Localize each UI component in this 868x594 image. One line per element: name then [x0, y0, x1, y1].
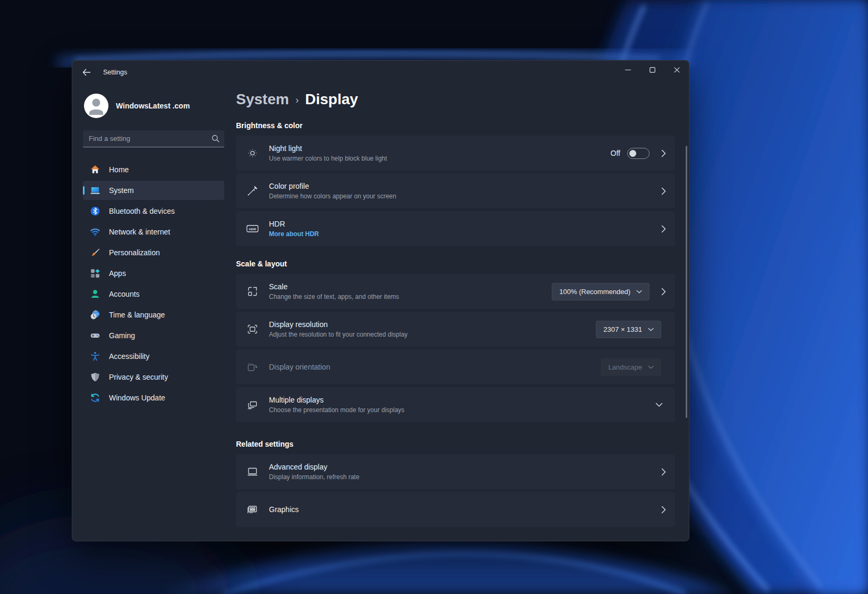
scale-icon	[245, 286, 260, 297]
row-title: Graphics	[269, 505, 650, 514]
sidebar-item-label: Windows Update	[109, 394, 165, 402]
titlebar: Settings	[72, 61, 689, 84]
row-controls	[651, 403, 671, 407]
sidebar-nav: Home System Bluetooth & devices	[83, 160, 224, 407]
row-scale[interactable]: Scale Change the size of text, apps, and…	[236, 274, 675, 309]
scale-dropdown[interactable]: 100% (Recommended)	[552, 283, 650, 300]
row-controls	[650, 506, 671, 514]
more-about-hdr-link[interactable]: More about HDR	[269, 230, 650, 238]
svg-text:HDR: HDR	[249, 227, 256, 231]
person-icon	[84, 94, 108, 118]
accessibility-icon	[90, 351, 100, 362]
main-content: System › Display Brightness & color Nigh…	[232, 84, 689, 541]
window-title: Settings	[103, 69, 127, 76]
row-texts: Multiple displays Choose the presentatio…	[269, 396, 651, 414]
maximize-button[interactable]	[640, 61, 664, 79]
hdr-icon: HDR	[245, 223, 260, 235]
sidebar-item-label: Apps	[109, 269, 126, 278]
breadcrumb-system[interactable]: System	[236, 91, 289, 108]
chevron-right-icon	[656, 187, 671, 195]
row-controls	[650, 187, 671, 195]
shield-icon	[90, 372, 100, 382]
sidebar-item-system[interactable]: System	[83, 181, 224, 200]
row-texts: Night light Use warmer colors to help bl…	[269, 144, 611, 162]
sidebar-item-label: Bluetooth & devices	[109, 207, 175, 215]
advanced-display-icon	[245, 466, 260, 478]
row-texts: Graphics	[269, 505, 650, 514]
section-brightness-color: Brightness & color	[236, 121, 675, 130]
close-button[interactable]	[664, 61, 689, 79]
sidebar-item-accessibility[interactable]: Accessibility	[83, 347, 224, 366]
sidebar-item-label: Accessibility	[109, 352, 149, 361]
orientation-dropdown: Landscape	[601, 358, 661, 376]
row-texts: Display orientation	[269, 363, 601, 371]
row-texts: Scale Change the size of text, apps, and…	[269, 282, 552, 300]
sidebar-item-bluetooth[interactable]: Bluetooth & devices	[83, 202, 224, 221]
related-cards: Advanced display Display information, re…	[236, 454, 675, 527]
row-hdr[interactable]: HDR HDR More about HDR	[236, 211, 675, 246]
scale-dropdown-value: 100% (Recommended)	[559, 288, 630, 296]
sidebar: WindowsLatest .com Home	[72, 84, 232, 541]
brightness-cards: Night light Use warmer colors to help bl…	[236, 136, 675, 246]
sidebar-item-personalization[interactable]: Personalization	[83, 243, 224, 262]
row-color-profile[interactable]: Color profile Determine how colors appea…	[236, 173, 675, 208]
row-title: Display resolution	[269, 320, 596, 329]
row-texts: Display resolution Adjust the resolution…	[269, 320, 596, 338]
row-texts: Color profile Determine how colors appea…	[269, 182, 650, 200]
row-multiple-displays[interactable]: Multiple displays Choose the presentatio…	[236, 387, 675, 422]
row-subtitle: Change the size of text, apps, and other…	[269, 293, 552, 300]
sidebar-item-time-language[interactable]: Time & language	[83, 305, 224, 324]
back-button[interactable]	[74, 63, 99, 82]
home-icon	[90, 164, 100, 175]
row-controls	[650, 225, 671, 233]
row-controls	[650, 468, 671, 476]
row-display-resolution[interactable]: Display resolution Adjust the resolution…	[236, 312, 675, 347]
apps-icon	[90, 268, 100, 279]
sidebar-item-label: Privacy & security	[109, 373, 168, 381]
account-row[interactable]: WindowsLatest .com	[84, 94, 224, 118]
sidebar-item-privacy[interactable]: Privacy & security	[83, 367, 224, 387]
sidebar-item-windows-update[interactable]: Windows Update	[83, 388, 224, 407]
row-controls: Off	[611, 148, 671, 159]
update-icon	[90, 392, 100, 403]
row-graphics[interactable]: Graphics	[236, 492, 675, 527]
row-display-orientation: Display orientation Landscape	[236, 349, 675, 384]
sidebar-item-network[interactable]: Network & internet	[83, 222, 224, 241]
window-body: WindowsLatest .com Home	[72, 84, 689, 541]
row-controls: 2307 × 1331	[596, 321, 671, 338]
sidebar-item-apps[interactable]: Apps	[83, 264, 224, 283]
scrollbar[interactable]	[686, 146, 687, 418]
expand-chevron-down-icon[interactable]	[651, 403, 667, 407]
row-title: Multiple displays	[269, 396, 651, 404]
maximize-icon	[650, 67, 655, 73]
avatar	[84, 94, 108, 118]
clock-globe-icon	[90, 309, 100, 320]
row-title: Scale	[269, 282, 552, 291]
system-icon	[90, 185, 100, 196]
desktop: Settings WindowsLatest .com	[0, 0, 868, 594]
section-scale-layout: Scale & layout	[236, 260, 675, 268]
chevron-right-icon	[656, 288, 671, 296]
row-subtitle: Use warmer colors to help block blue lig…	[269, 155, 611, 162]
row-subtitle: Display information, refresh rate	[269, 473, 650, 481]
toggle-state-label: Off	[611, 149, 620, 157]
resolution-dropdown[interactable]: 2307 × 1331	[596, 321, 661, 338]
color-profile-icon	[245, 185, 260, 197]
row-advanced-display[interactable]: Advanced display Display information, re…	[236, 454, 675, 489]
row-title: HDR	[269, 220, 650, 228]
chevron-down-icon	[636, 290, 642, 294]
chevron-right-icon	[656, 506, 671, 514]
sidebar-item-accounts[interactable]: Accounts	[83, 285, 224, 304]
row-night-light[interactable]: Night light Use warmer colors to help bl…	[236, 136, 675, 171]
sidebar-item-gaming[interactable]: Gaming	[83, 326, 224, 345]
row-texts: HDR More about HDR	[269, 220, 650, 238]
search-input[interactable]	[83, 130, 224, 147]
scale-cards: Scale Change the size of text, apps, and…	[236, 274, 675, 422]
night-light-toggle[interactable]	[627, 148, 650, 159]
sidebar-item-label: Personalization	[109, 248, 160, 257]
sidebar-item-home[interactable]: Home	[83, 160, 224, 179]
gamepad-icon	[90, 330, 100, 341]
sidebar-item-label: Home	[109, 165, 129, 174]
minimize-button[interactable]	[616, 61, 640, 79]
search-icon[interactable]	[212, 135, 220, 143]
